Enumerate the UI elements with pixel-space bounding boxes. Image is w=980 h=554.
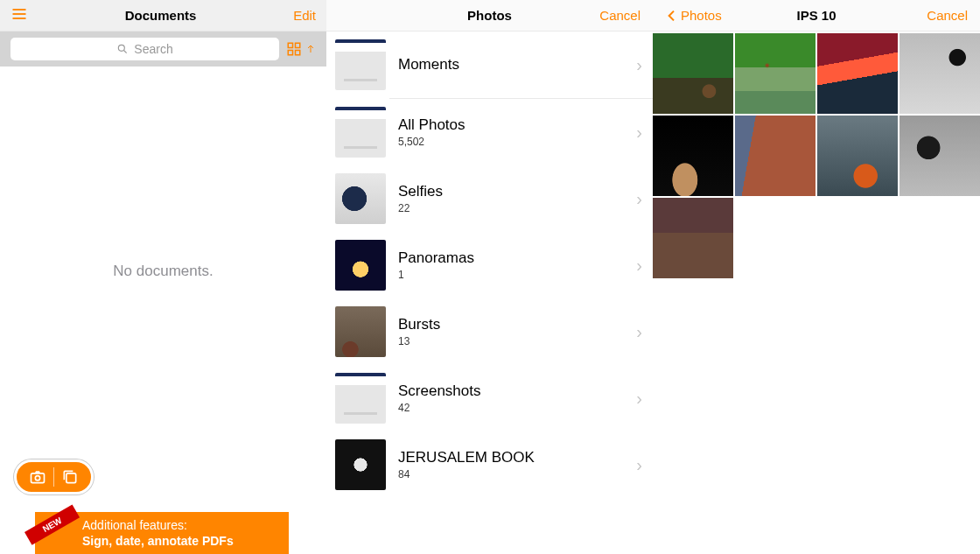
album-thumb [335,306,386,357]
photo-thumb[interactable] [735,33,816,114]
album-thumb [335,373,386,424]
photo-thumb[interactable] [735,116,816,196]
album-thumb [335,107,386,158]
sort-controls[interactable] [286,41,316,57]
album-name: JERUSALEM BOOK [398,449,624,466]
album-panoramas[interactable]: Panoramas 1 › [326,232,653,298]
photo-thumb[interactable] [817,116,898,196]
svg-rect-7 [288,51,292,55]
svg-rect-8 [296,51,300,55]
photos-header: Photos Cancel [326,0,653,32]
album-count: 13 [398,335,624,347]
album-jerusalem-book[interactable]: JERUSALEM BOOK 84 › [326,431,653,498]
album-all-photos[interactable]: All Photos 5,502 › [326,99,653,165]
banner-line1: Additional features: [82,517,280,533]
capture-fab[interactable] [14,459,94,494]
chevron-right-icon: › [636,455,642,475]
chevron-right-icon: › [636,55,642,75]
new-ribbon: NEW [24,504,80,544]
gallery-icon [61,468,79,486]
camera-icon [29,468,46,486]
album-count: 84 [398,468,624,480]
documents-title: Documents [125,8,197,23]
photo-thumb[interactable] [900,33,980,114]
photo-thumb[interactable] [653,33,733,114]
album-name: Bursts [398,316,624,333]
search-input[interactable]: Search [10,38,279,60]
album-count: 22 [398,202,624,214]
chevron-right-icon: › [636,389,642,409]
album-text: Moments [398,56,624,74]
album-count: 1 [398,269,624,281]
chevron-right-icon: › [636,189,642,209]
photos-pane: Photos Cancel Moments › All Photos 5,502… [326,0,653,554]
album-name: Moments [398,56,624,74]
album-bursts[interactable]: Bursts 13 › [326,298,653,365]
svg-rect-6 [296,43,300,47]
sort-icon [305,41,316,57]
album-detail-pane: Photos IPS 10 Cancel [653,0,980,554]
chevron-right-icon: › [636,256,642,276]
svg-line-4 [124,51,127,53]
photo-thumb[interactable] [817,33,898,114]
album-name: Panoramas [398,249,624,267]
album-count: 42 [398,402,624,414]
back-button[interactable]: Photos [665,8,722,23]
empty-state: No documents. [0,263,326,280]
search-icon [116,43,129,55]
album-name: All Photos [398,116,624,134]
album-thumb [335,240,386,291]
photo-thumb[interactable] [900,116,980,196]
svg-point-11 [35,476,39,480]
album-name: Screenshots [398,382,624,400]
menu-icon[interactable] [10,5,28,25]
photo-thumb[interactable] [653,116,733,196]
fab-separator [53,467,54,487]
chevron-right-icon: › [636,123,642,143]
promo-banner[interactable]: NEW Additional features: Sign, date, ann… [35,512,289,554]
photo-grid [653,32,980,278]
chevron-right-icon: › [636,322,642,342]
album-list: Moments › All Photos 5,502 › Selfies 22 … [326,32,653,498]
cancel-button[interactable]: Cancel [599,8,640,23]
svg-rect-12 [66,473,76,483]
searchbar: Search [0,32,326,67]
album-count: 5,502 [398,136,624,148]
photo-thumb[interactable] [653,198,733,278]
search-placeholder: Search [134,42,172,56]
edit-button[interactable]: Edit [293,8,316,23]
album-selfies[interactable]: Selfies 22 › [326,165,653,232]
svg-rect-10 [32,473,45,483]
album-header: Photos IPS 10 Cancel [653,0,980,32]
svg-point-3 [119,45,125,51]
banner-line2: Sign, date, annotate PDFs [82,533,280,549]
album-thumb [335,439,386,490]
cancel-button[interactable]: Cancel [927,8,968,23]
documents-header: Documents Edit [0,0,326,32]
documents-pane: Documents Edit Search No documents. [0,0,326,554]
chevron-left-icon [665,9,679,23]
album-moments[interactable]: Moments › [326,32,653,98]
album-name: Selfies [398,183,624,200]
album-thumb [335,39,386,90]
back-label: Photos [681,8,722,23]
album-thumb [335,173,386,224]
svg-rect-5 [288,43,292,47]
grid-icon [286,41,302,57]
album-screenshots[interactable]: Screenshots 42 › [326,365,653,431]
